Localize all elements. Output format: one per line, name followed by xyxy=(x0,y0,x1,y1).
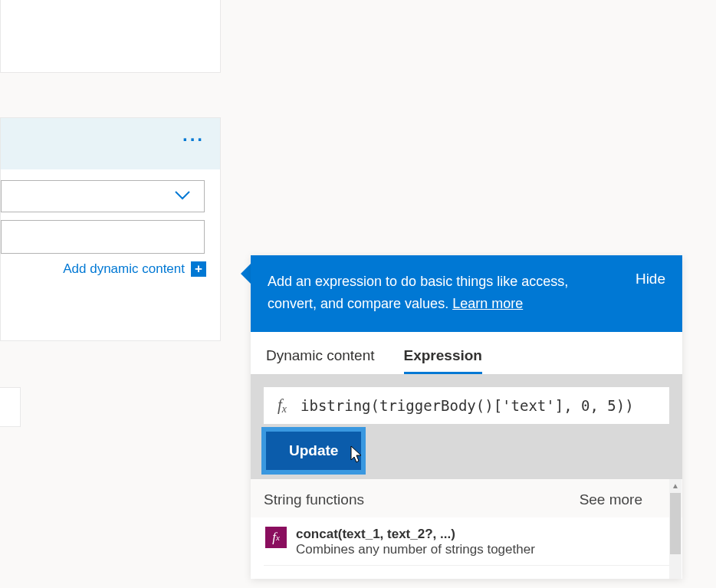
action-header: ··· xyxy=(1,118,220,169)
update-wrap: Update xyxy=(264,424,669,479)
function-desc: Combines any number of strings together xyxy=(296,542,535,557)
text-input[interactable] xyxy=(1,220,205,254)
hide-button[interactable]: Hide xyxy=(636,271,665,287)
function-name: concat(text_1, text_2?, ...) xyxy=(296,527,535,542)
function-list: String functions See more fx concat(text… xyxy=(251,479,682,579)
fx-badge-icon: fx xyxy=(265,527,287,548)
popover-header-msg: Add an expression to do basic things lik… xyxy=(268,274,568,311)
scrollbar[interactable]: ▲ xyxy=(669,479,682,579)
add-dynamic-content-row[interactable]: Add dynamic content + xyxy=(1,254,220,279)
add-dynamic-label: Add dynamic content xyxy=(63,261,185,277)
learn-more-link[interactable]: Learn more xyxy=(452,296,523,311)
popover-pointer xyxy=(241,263,251,284)
card-footer xyxy=(1,279,220,340)
function-item-text: concat(text_1, text_2?, ...) Combines an… xyxy=(296,527,535,557)
function-item[interactable]: fx concat(text_1, text_2?, ...) Combines… xyxy=(264,517,669,566)
next-step-stub xyxy=(0,387,21,427)
popover-header-text: Add an expression to do basic things lik… xyxy=(268,271,613,315)
popover-header: Add an expression to do basic things lik… xyxy=(251,255,682,332)
function-section-title: String functions xyxy=(264,491,364,508)
scroll-up-icon[interactable]: ▲ xyxy=(669,479,682,493)
fx-icon: fx xyxy=(264,396,301,416)
dropdown-field[interactable] xyxy=(1,180,205,212)
action-card: ··· Add dynamic content + xyxy=(0,117,221,341)
plus-icon: + xyxy=(191,261,206,277)
tab-dynamic-content[interactable]: Dynamic content xyxy=(266,347,375,374)
update-button[interactable]: Update xyxy=(266,432,361,470)
expression-text: ibstring(triggerBody()['text'], 0, 5)) xyxy=(301,397,669,414)
expression-area: fx ibstring(triggerBody()['text'], 0, 5)… xyxy=(251,374,682,479)
see-more-link[interactable]: See more xyxy=(580,491,642,508)
tab-expression[interactable]: Expression xyxy=(404,347,482,374)
expression-input[interactable]: fx ibstring(triggerBody()['text'], 0, 5)… xyxy=(264,387,669,424)
scroll-thumb[interactable] xyxy=(670,493,681,554)
expression-popover: Add an expression to do basic things lik… xyxy=(251,255,682,579)
function-section-header: String functions See more xyxy=(251,479,682,517)
upper-card xyxy=(0,0,221,73)
tab-row: Dynamic content Expression xyxy=(251,332,682,374)
chevron-down-icon xyxy=(175,189,190,203)
